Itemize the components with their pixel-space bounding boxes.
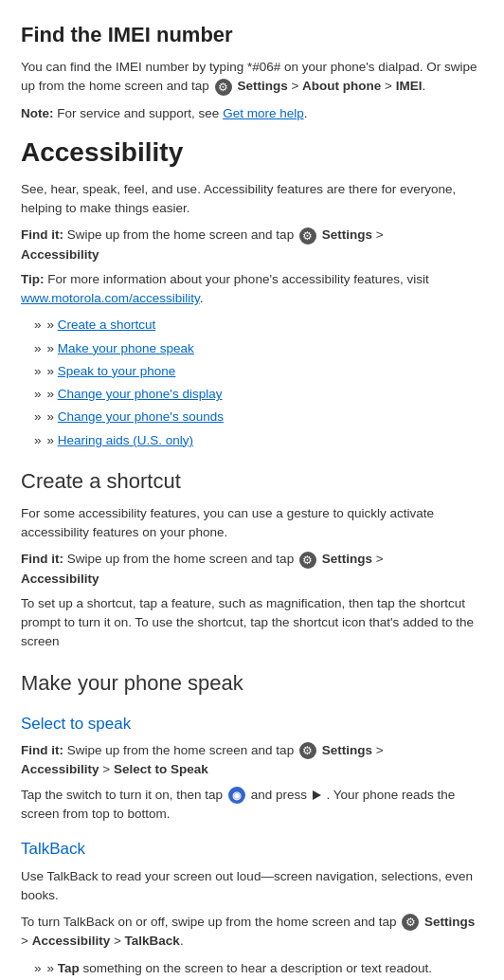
settings-text-acc: Settings [322, 227, 372, 242]
accessibility-text-select: Accessibility [21, 762, 99, 776]
talkback-bold: TalkBack [125, 934, 180, 948]
accessibility-bold-2: Accessibility [21, 572, 99, 586]
find-imei-body: You can find the IMEI number by typing *… [21, 58, 483, 97]
tip-line: Tip: For more information about your pho… [21, 270, 483, 309]
speak-to-phone-link[interactable]: Speak to your phone [58, 362, 176, 381]
list-item: » Make your phone speak [34, 339, 483, 358]
tap-text: something on the screen to hear a descri… [83, 961, 432, 975]
find-it-select-text: Swipe up from the home screen and tap [67, 743, 294, 757]
about-phone-label: About phone [302, 79, 381, 93]
select-body: Tap the switch to turn it on, then tap ◉… [21, 786, 483, 825]
change-display-link[interactable]: Change your phone's display [58, 385, 223, 404]
change-sounds-link[interactable]: Change your phone's sounds [58, 408, 224, 426]
accessibility-text-talkback: Accessibility [32, 934, 111, 948]
hearing-aids-link[interactable]: Hearing aids (U.S. only) [58, 431, 193, 450]
list-item: » Tap something on the screen to hear a … [34, 959, 483, 978]
talkback-body2: To turn TalkBack on or off, swipe up fro… [21, 913, 483, 952]
accessibility-bold: Accessibility [21, 247, 99, 262]
settings-text-shortcut: Settings [322, 552, 372, 566]
list-item: » Speak to your phone [34, 362, 483, 381]
find-it-label: Find it: [21, 227, 63, 242]
find-it-label-2: Find it: [21, 552, 63, 566]
list-item: » Change your phone's display [34, 385, 483, 404]
imei-label: IMEI [396, 79, 423, 93]
accessibility-body: See, hear, speak, feel, and use. Accessi… [21, 180, 483, 219]
get-more-help-link[interactable]: Get more help [223, 106, 304, 120]
settings-icon-4 [299, 742, 316, 759]
play-icon [313, 790, 321, 800]
find-it-shortcut: Find it: Swipe up from the home screen a… [21, 550, 483, 589]
find-it-accessibility: Find it: Swipe up from the home screen a… [21, 226, 483, 264]
motorola-link[interactable]: www.motorola.com/accessibility [21, 291, 200, 305]
blue-circle-icon: ◉ [228, 787, 245, 804]
list-item: » Change your phone's sounds [34, 408, 483, 426]
note-label: Note: [21, 106, 54, 120]
create-shortcut-body1: For some accessibility features, you can… [21, 504, 483, 543]
talkback-bullets-list: » Tap something on the screen to hear a … [21, 959, 483, 981]
settings-icon-2 [299, 227, 316, 245]
talkback-body1: Use TalkBack to read your screen out lou… [21, 867, 483, 906]
tip-label: Tip: [21, 272, 45, 286]
talkback-title: TalkBack [21, 837, 483, 862]
create-shortcut-title: Create a shortcut [21, 465, 483, 497]
settings-text-select: Settings [322, 743, 372, 757]
list-item: » Create a shortcut [34, 316, 483, 335]
note-line: Note: For service and support, see Get m… [21, 104, 483, 123]
make-phone-speak-link[interactable]: Make your phone speak [58, 339, 194, 358]
tip-body: For more information about your phone's … [47, 272, 429, 286]
settings-icon-5 [402, 914, 419, 931]
create-shortcut-body2: To set up a shortcut, tap a feature, suc… [21, 594, 483, 652]
accessibility-links-list: » Create a shortcut » Make your phone sp… [21, 316, 483, 450]
list-item: » Hearing aids (U.S. only) [34, 431, 483, 450]
select-to-speak-title: Select to speak [21, 712, 483, 736]
find-it-select: Find it: Swipe up from the home screen a… [21, 741, 483, 780]
note-body: For service and support, see [57, 106, 219, 120]
settings-text-talkback: Settings [424, 915, 475, 929]
select-to-speak-bold: Select to Speak [114, 762, 208, 776]
find-imei-title: Find the IMEI number [21, 19, 483, 50]
settings-label: Settings [237, 79, 287, 93]
create-shortcut-link[interactable]: Create a shortcut [58, 316, 156, 335]
find-it-shortcut-text: Swipe up from the home screen and tap [67, 552, 294, 566]
settings-icon [215, 79, 232, 96]
accessibility-title: Accessibility [21, 133, 483, 172]
find-it-label-3: Find it: [21, 743, 63, 757]
tap-label: Tap [58, 961, 80, 975]
settings-icon-3 [299, 552, 316, 569]
find-it-body: Swipe up from the home screen and tap [67, 227, 294, 242]
make-phone-speak-title: Make your phone speak [21, 667, 483, 699]
